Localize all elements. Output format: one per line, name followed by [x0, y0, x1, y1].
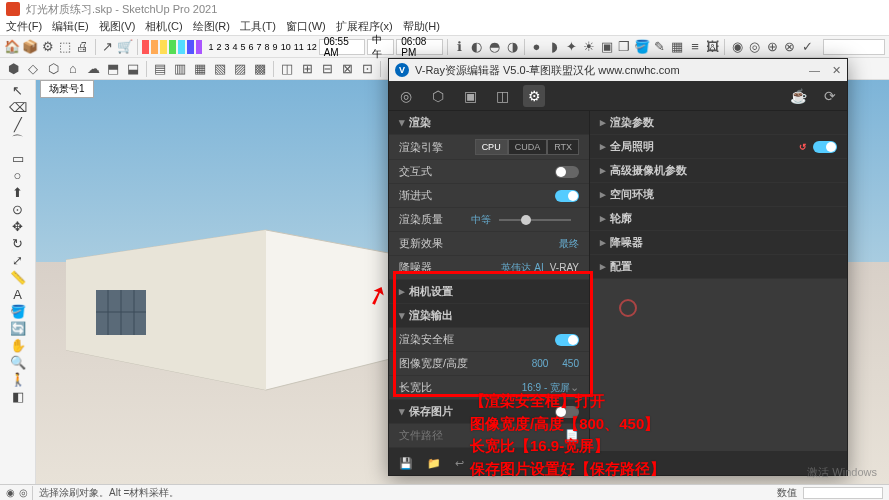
rect-tool-icon[interactable]: ▭: [10, 150, 26, 166]
r-denoiser[interactable]: ▸降噪器: [590, 231, 847, 255]
eraser-tool-icon[interactable]: ⌫: [10, 99, 26, 115]
section-camera[interactable]: ▸相机设置: [389, 280, 589, 304]
img-icon[interactable]: 🖼: [705, 38, 721, 56]
t2-f-icon[interactable]: ⬒: [104, 60, 122, 78]
footer-folder-icon[interactable]: 📁: [427, 457, 441, 470]
move-tool-icon[interactable]: ✥: [10, 218, 26, 234]
box-icon[interactable]: 📦: [22, 38, 38, 56]
arc-tool-icon[interactable]: ⌒: [10, 133, 26, 149]
status-icon-b[interactable]: ◎: [19, 487, 28, 498]
vray-tab-textures-icon[interactable]: ◫: [491, 85, 513, 107]
t2-g-icon[interactable]: ⬓: [124, 60, 142, 78]
offset-tool-icon[interactable]: ⊙: [10, 201, 26, 217]
reset-icon[interactable]: ↺: [799, 142, 807, 152]
fx4-icon[interactable]: ⊗: [782, 38, 798, 56]
text-tool-icon[interactable]: A: [10, 286, 26, 302]
fx5-icon[interactable]: ✓: [800, 38, 816, 56]
gi-toggle[interactable]: [813, 141, 837, 153]
t2-q-icon[interactable]: ⊠: [338, 60, 356, 78]
fx2-icon[interactable]: ◎: [747, 38, 763, 56]
circle-tool-icon[interactable]: ○: [10, 167, 26, 183]
bucket-icon[interactable]: 🪣: [634, 38, 650, 56]
vr-c-icon[interactable]: ◑: [504, 38, 520, 56]
select-tool-icon[interactable]: ↖: [10, 82, 26, 98]
t2-e-icon[interactable]: ☁: [84, 60, 102, 78]
layers-icon[interactable]: ❐: [617, 38, 633, 56]
footer-revert-icon[interactable]: ↩: [455, 457, 464, 470]
light-icon[interactable]: ✦: [564, 38, 580, 56]
vr-b-icon[interactable]: ◓: [487, 38, 503, 56]
minimize-icon[interactable]: —: [809, 64, 820, 77]
status-icon-a[interactable]: ◉: [6, 487, 15, 498]
t2-r-icon[interactable]: ⊡: [358, 60, 376, 78]
color-purple-icon[interactable]: [196, 40, 203, 54]
t2-n-icon[interactable]: ◫: [278, 60, 296, 78]
date-field[interactable]: 06:08 PM: [396, 39, 442, 55]
vray-tab-materials-icon[interactable]: ◎: [395, 85, 417, 107]
quality-slider[interactable]: [499, 219, 571, 221]
vray-tab-settings-icon[interactable]: ⚙: [523, 85, 545, 107]
t2-m-icon[interactable]: ▩: [251, 60, 269, 78]
width-field[interactable]: 800: [532, 358, 549, 369]
rotate-tool-icon[interactable]: ↻: [10, 235, 26, 251]
t2-o-icon[interactable]: ⊞: [298, 60, 316, 78]
scale-tool-icon[interactable]: ⤢: [10, 252, 26, 268]
line-tool-icon[interactable]: ╱: [10, 116, 26, 132]
r-contour[interactable]: ▸轮廓: [590, 207, 847, 231]
menu-file[interactable]: 文件(F): [6, 19, 42, 34]
safeframe-toggle[interactable]: [555, 334, 579, 346]
t2-p-icon[interactable]: ⊟: [318, 60, 336, 78]
close-icon[interactable]: ✕: [832, 64, 841, 77]
menu-window[interactable]: 窗口(W): [286, 19, 326, 34]
grid-icon[interactable]: ▦: [670, 38, 686, 56]
tag-field[interactable]: [823, 39, 885, 55]
gear-icon[interactable]: ⚙: [40, 38, 56, 56]
section-output[interactable]: ▾渲染输出: [389, 304, 589, 328]
fx1-icon[interactable]: ◉: [729, 38, 745, 56]
hemi-icon[interactable]: ◗: [546, 38, 562, 56]
menu-edit[interactable]: 编辑(E): [52, 19, 89, 34]
pan-tool-icon[interactable]: ✋: [10, 337, 26, 353]
r-adv-camera[interactable]: ▸高级摄像机参数: [590, 159, 847, 183]
color-red-icon[interactable]: [142, 40, 149, 54]
person-tool-icon[interactable]: 🚶: [10, 371, 26, 387]
r-render-params[interactable]: ▸渲染参数: [590, 111, 847, 135]
height-field[interactable]: 450: [562, 358, 579, 369]
menu-help[interactable]: 帮助(H): [403, 19, 440, 34]
push-tool-icon[interactable]: ⬆: [10, 184, 26, 200]
noon-field[interactable]: 中午: [367, 39, 394, 55]
cube2-icon[interactable]: ▣: [599, 38, 615, 56]
color-cyan-icon[interactable]: [178, 40, 185, 54]
time-field[interactable]: 06:55 AM: [319, 39, 365, 55]
scene-tab[interactable]: 场景号1: [40, 80, 94, 98]
vray-render2-icon[interactable]: ⟳: [819, 85, 841, 107]
cart-icon[interactable]: 🛒: [117, 38, 133, 56]
engine-buttons[interactable]: CPU CUDA RTX: [475, 139, 579, 155]
menu-draw[interactable]: 绘图(R): [193, 19, 230, 34]
section-render[interactable]: ▾渲染: [389, 111, 589, 135]
menu-tools[interactable]: 工具(T): [240, 19, 276, 34]
r-config[interactable]: ▸配置: [590, 255, 847, 279]
progressive-toggle[interactable]: [555, 190, 579, 202]
vray-render-icon[interactable]: ☕: [787, 85, 809, 107]
t2-i-icon[interactable]: ▥: [171, 60, 189, 78]
dropper-icon[interactable]: ✎: [652, 38, 668, 56]
arrow-icon[interactable]: ↗: [100, 38, 116, 56]
home-icon[interactable]: 🏠: [4, 38, 20, 56]
color-blue-icon[interactable]: [187, 40, 194, 54]
t2-k-icon[interactable]: ▧: [211, 60, 229, 78]
color-yellow-icon[interactable]: [160, 40, 167, 54]
tape-tool-icon[interactable]: 📏: [10, 269, 26, 285]
color-green-icon[interactable]: [169, 40, 176, 54]
sun-icon[interactable]: ☀: [581, 38, 597, 56]
info-icon[interactable]: ℹ: [451, 38, 467, 56]
stack-icon[interactable]: ≡: [687, 38, 703, 56]
fx3-icon[interactable]: ⊕: [764, 38, 780, 56]
t2-j-icon[interactable]: ▦: [191, 60, 209, 78]
t2-l-icon[interactable]: ▨: [231, 60, 249, 78]
paint-tool-icon[interactable]: 🪣: [10, 303, 26, 319]
t2-h-icon[interactable]: ▤: [151, 60, 169, 78]
r-space-env[interactable]: ▸空间环境: [590, 183, 847, 207]
menu-view[interactable]: 视图(V): [99, 19, 136, 34]
vray-titlebar[interactable]: V V-Ray资源编辑器 V5.0-草图联盟汉化 www.cnwhc.com —…: [389, 59, 847, 81]
